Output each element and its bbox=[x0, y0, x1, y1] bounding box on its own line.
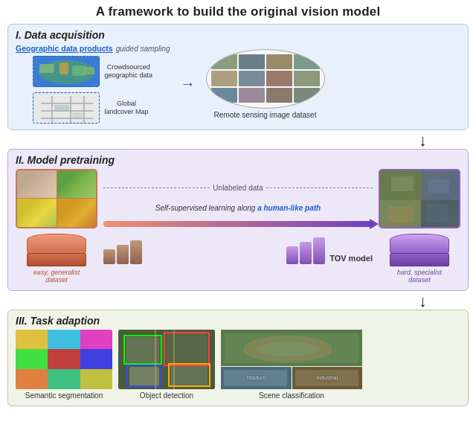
rs-thumb-8 bbox=[294, 71, 320, 86]
svg-rect-25 bbox=[126, 337, 159, 363]
section-i-label: I. Data acquisition bbox=[16, 29, 460, 41]
rs-thumb-1 bbox=[211, 54, 237, 70]
hard-dataset-label: hard, specialist dataset bbox=[397, 269, 442, 285]
easy-block: easy, generalist dataset bbox=[16, 169, 97, 285]
easy-collage-image bbox=[16, 169, 97, 228]
task-semantic-seg-block: Semantic segmentation bbox=[16, 330, 112, 400]
rs-images-oval bbox=[206, 49, 325, 109]
task-object-det-block: Object detection bbox=[118, 330, 215, 400]
section-ii-top: easy, generalist dataset Unlabeled data … bbox=[16, 169, 460, 285]
geo-label: Geographic data products bbox=[16, 44, 113, 53]
svg-rect-5 bbox=[84, 67, 94, 74]
section-ii-label: II. Model pretraining bbox=[16, 154, 460, 166]
svg-rect-22 bbox=[387, 206, 414, 223]
rs-thumb-2 bbox=[239, 54, 265, 70]
svg-rect-21 bbox=[428, 179, 449, 193]
svg-point-38 bbox=[258, 342, 318, 356]
easy-cylinder-body bbox=[27, 253, 86, 266]
hard-rs-image bbox=[379, 169, 460, 228]
rs-thumb-5 bbox=[211, 71, 237, 86]
scene-main-img bbox=[221, 330, 362, 366]
scene-sub2-label: Industrial bbox=[317, 375, 338, 380]
task1-label: Semantic segmentation bbox=[25, 391, 103, 400]
section-ii-to-iii-arrow: ↓ bbox=[7, 295, 469, 308]
rs-thumb-4 bbox=[294, 54, 320, 70]
section-i-content: Geographic data products guided sampling bbox=[16, 44, 460, 124]
svg-rect-23 bbox=[426, 204, 448, 223]
geo-data-block: Geographic data products guided sampling bbox=[16, 44, 170, 124]
model-block-left-2 bbox=[117, 245, 129, 264]
rs-thumb-7 bbox=[266, 71, 292, 86]
rs-thumb-12 bbox=[294, 88, 320, 103]
section-ii: II. Model pretraining easy, generalist d… bbox=[7, 149, 469, 292]
rs-label: Remote sensing image dataset bbox=[214, 111, 317, 119]
rs-thumb-6 bbox=[239, 71, 265, 86]
scene-parking-container: Scene classification bbox=[259, 391, 324, 400]
easy-cylinder-top bbox=[27, 234, 86, 255]
model-blocks-left bbox=[103, 240, 142, 264]
model-block-right-1 bbox=[286, 246, 298, 264]
collage-cell-apples bbox=[17, 199, 57, 227]
svg-rect-20 bbox=[391, 176, 414, 191]
svg-rect-3 bbox=[60, 63, 68, 74]
world-map-image bbox=[33, 56, 100, 87]
rs-thumb-9 bbox=[211, 88, 237, 103]
section-iii: III. Task adaption Semantic segmentation bbox=[7, 310, 469, 406]
task-scene-class-block: Stadium Industrial Scene classifica bbox=[221, 330, 362, 400]
model-block-right-2 bbox=[300, 242, 312, 264]
svg-rect-28 bbox=[170, 365, 208, 386]
scene-sub-img-2: Industrial bbox=[292, 367, 363, 389]
hard-cylinder-top bbox=[390, 234, 449, 255]
svg-rect-2 bbox=[39, 64, 54, 73]
guided-label: guided sampling bbox=[116, 45, 170, 53]
unlabeled-text: Unlabeled data bbox=[213, 184, 263, 192]
tov-label: TOV model bbox=[329, 254, 373, 263]
seg-image bbox=[16, 330, 112, 389]
svg-rect-14 bbox=[72, 112, 83, 118]
rs-thumb-11 bbox=[266, 88, 292, 103]
dashed-line-right bbox=[266, 188, 373, 188]
middle-block: Unlabeled data Self-supervised learning … bbox=[103, 169, 373, 264]
human-like-text: a human-like path bbox=[257, 204, 321, 212]
hard-block: hard, specialist dataset bbox=[379, 169, 460, 285]
scene-sub-row: Stadium Industrial bbox=[221, 367, 362, 389]
page-title: A framework to build the original vision… bbox=[7, 4, 469, 19]
dashed-line-left bbox=[103, 188, 210, 188]
self-supervised-text: Self-supervised learning along a human-l… bbox=[155, 204, 321, 212]
svg-rect-27 bbox=[129, 367, 159, 385]
model-blocks-row: TOV model bbox=[103, 237, 373, 264]
arrow-to-rs: → bbox=[181, 75, 196, 92]
det-image bbox=[118, 330, 215, 389]
unlabeled-arrow: Unlabeled data bbox=[103, 184, 373, 192]
task2-label: Object detection bbox=[140, 391, 193, 400]
task3-label: Scene classification bbox=[259, 391, 324, 400]
scene-image-container: Stadium Industrial bbox=[221, 330, 362, 389]
remote-sensing-block: Remote sensing image dataset bbox=[206, 49, 325, 119]
svg-rect-4 bbox=[72, 65, 86, 76]
collage-cell-greens bbox=[57, 170, 97, 199]
arrow-head-right bbox=[370, 219, 379, 229]
section-i-to-ii-arrow: ↓ bbox=[7, 134, 469, 147]
scene-sub-img-1: Stadium bbox=[221, 367, 292, 389]
svg-rect-26 bbox=[167, 333, 208, 363]
hard-cylinder-body bbox=[390, 253, 449, 266]
scene-sub1-label: Stadium bbox=[246, 375, 266, 380]
section-iii-label: III. Task adaption bbox=[16, 315, 460, 327]
section-i: I. Data acquisition Geographic data prod… bbox=[7, 24, 469, 130]
main-container: A framework to build the original vision… bbox=[0, 0, 476, 448]
easy-dataset-label: easy, generalist dataset bbox=[33, 269, 80, 285]
gradient-arrow-container bbox=[103, 221, 373, 227]
section-iii-content: Semantic segmentation bbox=[16, 330, 460, 400]
collage-cell-fruits bbox=[57, 199, 97, 227]
svg-rect-13 bbox=[54, 105, 69, 110]
gradient-arrow-bar bbox=[103, 221, 373, 227]
model-block-left-1 bbox=[103, 249, 115, 264]
model-blocks-right-container: TOV model bbox=[286, 237, 373, 264]
map-images: Crowdsourced geographic data bbox=[33, 56, 152, 124]
model-block-right-3 bbox=[313, 237, 325, 264]
model-block-left-3 bbox=[130, 240, 142, 264]
rs-thumb-10 bbox=[239, 88, 265, 103]
landcover-label: Global landcover Map bbox=[104, 100, 148, 116]
crowdsourced-label: Crowdsourced geographic data bbox=[104, 63, 152, 80]
rs-thumb-3 bbox=[266, 54, 292, 70]
